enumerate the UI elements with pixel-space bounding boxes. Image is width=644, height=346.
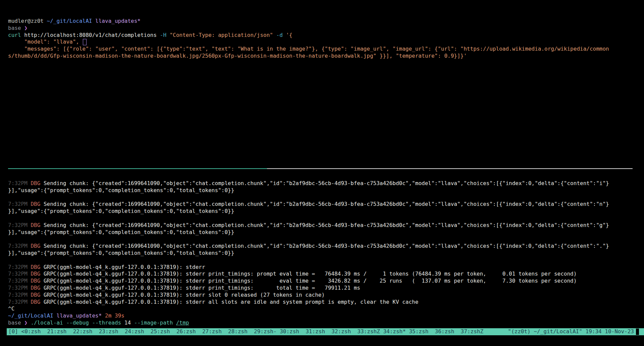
spacer bbox=[283, 32, 286, 38]
git-branch: llava_updates* bbox=[95, 18, 141, 24]
log-text: GRPC(ggml-model-q4_k.gguf-127.0.0.1:3781… bbox=[44, 264, 205, 270]
pane-divider-inactive-segment bbox=[267, 168, 633, 169]
spacer bbox=[92, 18, 95, 24]
log-text: Sending chunk: {"created":1699641090,"ob… bbox=[44, 243, 609, 249]
spacer bbox=[53, 312, 57, 319]
log-level: DBG bbox=[31, 285, 44, 291]
log-text: Sending chunk: {"created":1699641090,"ob… bbox=[44, 201, 609, 207]
blank-line bbox=[8, 236, 609, 243]
cwd-path: ~/_git/LocalAI bbox=[8, 312, 53, 319]
header-string: "Content-Type: application/json" bbox=[170, 32, 273, 38]
log-line: 7:32PM DBG Sending chunk: {"created":169… bbox=[8, 222, 609, 229]
log-level: DBG bbox=[31, 264, 44, 270]
command-line: curl http://localhost:8080/v1/chat/compl… bbox=[8, 32, 609, 39]
timestamp: 7:32PM bbox=[8, 243, 31, 249]
timestamp: 7:32PM bbox=[8, 222, 31, 228]
timestamp: 7:32PM bbox=[8, 285, 31, 291]
log-level: DBG bbox=[31, 292, 44, 298]
pane-divider-active-segment bbox=[8, 168, 267, 169]
timestamp: 7:32PM bbox=[8, 201, 31, 207]
log-line: 7:32PM DBG GRPC(ggml-model-q4_k.gguf-127… bbox=[8, 264, 609, 271]
log-level: DBG bbox=[31, 299, 44, 305]
blank-line bbox=[8, 257, 609, 264]
spacer bbox=[89, 320, 92, 326]
command-name: curl bbox=[8, 32, 21, 38]
interrupt-line: ^C bbox=[8, 305, 609, 312]
log-text: }],"usage":{"prompt_tokens":0,"completio… bbox=[8, 187, 234, 193]
flag-image-path: --image-path bbox=[134, 320, 173, 326]
log-text: Sending chunk: {"created":1699641090,"ob… bbox=[44, 180, 609, 186]
git-branch: llava_updates* bbox=[57, 312, 102, 319]
log-line: 7:32PM DBG Sending chunk: {"created":169… bbox=[8, 180, 609, 187]
command-line: base ❯ ./local-ai --debug --threads 14 -… bbox=[8, 320, 609, 327]
tmux-session-info: "(zz0t) ~/_git/LocalAI" 19:34 10-Nov-23 bbox=[508, 328, 634, 335]
json-messages-wrap: s/thumb/d/dd/Gfp-wisconsin-madison-the-n… bbox=[8, 53, 467, 59]
spacer bbox=[28, 320, 31, 326]
spacer bbox=[273, 32, 276, 38]
tmux-window-list[interactable]: [0] <0:zsh 21:zsh 22:zsh 23:zsh 24:zsh 2… bbox=[8, 328, 483, 335]
spacer bbox=[63, 320, 66, 326]
flag-debug: --debug bbox=[66, 320, 89, 326]
json-line: "model": "llava", bbox=[8, 39, 609, 46]
log-text: GRPC(ggml-model-q4_k.gguf-127.0.0.1:3781… bbox=[44, 271, 577, 277]
log-line: 7:32PM DBG GRPC(ggml-model-q4_k.gguf-127… bbox=[8, 271, 609, 278]
log-continuation-line: }],"usage":{"prompt_tokens":0,"completio… bbox=[8, 187, 609, 194]
log-level: DBG bbox=[31, 278, 44, 284]
log-line: 7:32PM DBG GRPC(ggml-model-q4_k.gguf-127… bbox=[8, 278, 609, 285]
prompt-arrow: ❯ bbox=[24, 25, 28, 31]
pane-divider bbox=[8, 168, 633, 169]
threads-value: 14 bbox=[124, 320, 131, 326]
log-text: Sending chunk: {"created":1699641090,"ob… bbox=[44, 222, 609, 228]
log-line: 7:32PM DBG GRPC(ggml-model-q4_k.gguf-127… bbox=[8, 285, 609, 292]
user-host: mudler@zz0t bbox=[8, 18, 47, 24]
log-text: GRPC(ggml-model-q4_k.gguf-127.0.0.1:3781… bbox=[44, 278, 577, 284]
timestamp: 7:32PM bbox=[8, 299, 31, 305]
prompt-arrow: ❯ bbox=[24, 320, 28, 326]
log-text: }],"usage":{"prompt_tokens":0,"completio… bbox=[8, 250, 234, 256]
log-continuation-line: }],"usage":{"prompt_tokens":0,"completio… bbox=[8, 229, 609, 236]
log-line: 7:32PM DBG Sending chunk: {"created":169… bbox=[8, 201, 609, 208]
prompt-line: ~/_git/LocalAI llava_updates* 2m 39s bbox=[8, 312, 609, 320]
debug-log-output: 7:32PM DBG Sending chunk: {"created":169… bbox=[8, 180, 609, 327]
venv-name: base bbox=[8, 320, 24, 326]
flag-threads: --threads bbox=[92, 320, 121, 326]
text-cursor bbox=[83, 39, 87, 45]
sigint-text: ^C bbox=[8, 305, 14, 312]
timestamp: 7:32PM bbox=[8, 180, 31, 186]
spacer bbox=[131, 320, 134, 326]
prompt-line: base ❯ bbox=[8, 25, 609, 32]
log-continuation-line: }],"usage":{"prompt_tokens":0,"completio… bbox=[8, 250, 609, 257]
image-path-value: /tmp bbox=[176, 320, 189, 326]
log-text: GRPC(ggml-model-q4_k.gguf-127.0.0.1:3781… bbox=[44, 299, 418, 305]
json-line: "messages": [{"role": "user", "content":… bbox=[8, 46, 609, 53]
log-text: GRPC(ggml-model-q4_k.gguf-127.0.0.1:3781… bbox=[44, 292, 325, 298]
flag-header: -H bbox=[160, 32, 166, 38]
json-messages: "messages": [{"role": "user", "content":… bbox=[8, 46, 609, 52]
log-line: 7:32PM DBG Sending chunk: {"created":169… bbox=[8, 243, 609, 250]
spacer bbox=[102, 312, 105, 319]
json-open: '{ bbox=[286, 32, 292, 38]
json-line: s/thumb/d/dd/Gfp-wisconsin-madison-the-n… bbox=[8, 53, 609, 60]
command-url: http://localhost:8080/v1/chat/completion… bbox=[21, 32, 160, 38]
log-text: GRPC(ggml-model-q4_k.gguf-127.0.0.1:3781… bbox=[44, 285, 360, 291]
blank-line bbox=[8, 215, 609, 222]
spacer bbox=[173, 320, 176, 326]
cwd-path: ~/_git/LocalAI bbox=[47, 18, 92, 24]
log-line: 7:32PM DBG GRPC(ggml-model-q4_k.gguf-127… bbox=[8, 292, 609, 299]
log-continuation-line: }],"usage":{"prompt_tokens":0,"completio… bbox=[8, 208, 609, 215]
tmux-status-bar[interactable]: [0] <0:zsh 21:zsh 22:zsh 23:zsh 24:zsh 2… bbox=[7, 328, 644, 335]
spacer bbox=[166, 32, 170, 38]
log-level: DBG bbox=[31, 222, 44, 228]
timestamp: 7:32PM bbox=[8, 264, 31, 270]
command-name: ./local-ai bbox=[31, 320, 63, 326]
shell-history-top: mudler@zz0t ~/_git/LocalAI llava_updates… bbox=[8, 18, 609, 60]
json-model: "model": "llava", bbox=[8, 39, 83, 45]
spacer bbox=[121, 320, 124, 326]
log-text: }],"usage":{"prompt_tokens":0,"completio… bbox=[8, 229, 234, 235]
flag-data: -d bbox=[276, 32, 283, 38]
timestamp: 7:32PM bbox=[8, 292, 31, 298]
log-level: DBG bbox=[31, 201, 44, 207]
log-level: DBG bbox=[31, 271, 44, 277]
prompt-line: mudler@zz0t ~/_git/LocalAI llava_updates… bbox=[8, 18, 609, 25]
log-text: }],"usage":{"prompt_tokens":0,"completio… bbox=[8, 208, 234, 214]
